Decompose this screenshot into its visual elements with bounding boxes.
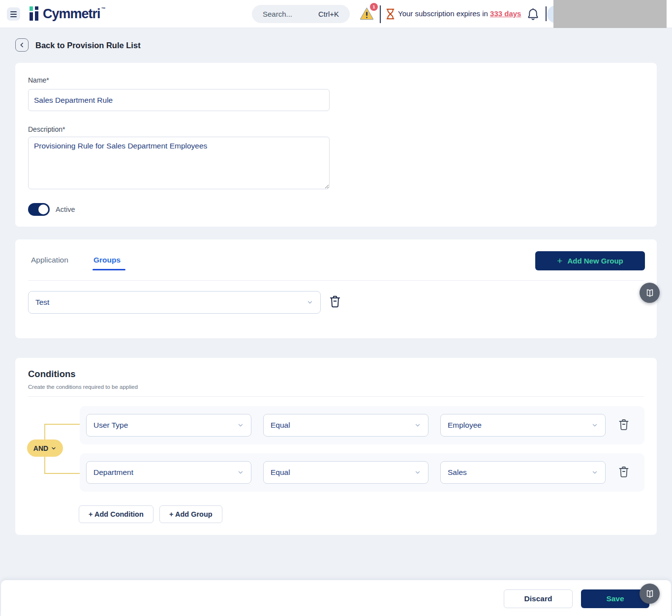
condition-operator-value: Equal [271,468,414,477]
conditions-divider [28,396,644,397]
toggle-knob [38,205,48,214]
cymmetri-logo: Cymmetri ™ [30,6,106,22]
conditions-subtitle: Create the conditions required to be app… [28,384,138,390]
description-label: Description* [28,125,65,133]
condition-field-value: User Type [93,421,237,430]
condition-value-value: Employee [448,421,591,430]
tabbar-divider [28,280,644,281]
condition-value-select[interactable]: Employee [440,414,606,437]
groups-card: Application Groups + Add New Group Test [15,239,657,338]
conditions-title: Conditions [28,369,76,380]
condition-operator-select[interactable]: Equal [263,461,428,484]
conditions-card: Conditions Create the conditions require… [15,358,657,535]
group-select-value: Test [35,298,306,307]
condition-operator-select[interactable]: Equal [263,414,428,437]
condition-field-select[interactable]: Department [86,461,251,484]
logical-operator-chip[interactable]: AND [27,440,63,457]
condition-field-select[interactable]: User Type [86,414,251,437]
chevron-down-icon [591,422,598,429]
chevron-down-icon [306,299,313,306]
search-shortcut: Ctrl+K [318,10,339,18]
plus-icon: + [557,256,562,265]
menu-icon[interactable] [7,7,20,21]
subscription-days-link[interactable]: 333 days [490,9,521,18]
help-docs-floating-button[interactable] [640,283,660,303]
add-new-group-button[interactable]: + Add New Group [535,251,645,270]
chevron-down-icon [237,422,244,429]
condition-row: User Type Equal Employee [80,406,644,444]
global-search[interactable]: Ctrl+K [252,5,350,23]
plus-icon: + [169,510,173,518]
chevron-down-icon [414,422,421,429]
logo-text: Cymmetri [43,6,100,22]
active-toggle-label: Active [56,205,75,213]
delete-condition-button[interactable] [618,418,630,431]
chevron-down-icon [414,469,421,476]
condition-value-select[interactable]: Sales [440,461,606,484]
delete-group-button[interactable] [329,294,341,308]
logo-trademark: ™ [101,6,106,12]
condition-value-value: Sales [448,468,591,477]
tab-application[interactable]: Application [31,256,68,264]
condition-field-value: Department [93,468,237,477]
header-divider [546,6,547,21]
help-docs-floating-button[interactable] [640,584,660,604]
group-bracket-line [44,424,80,425]
group-bracket-line [44,473,80,474]
rule-form-card: Name* Description* Provisioning Rule for… [15,63,657,227]
warning-alert-icon[interactable]: 1 [360,7,374,21]
name-label: Name* [28,76,49,84]
header-divider [380,5,381,23]
description-field[interactable]: Provisioning Rule for Sales Department E… [28,137,330,189]
search-input[interactable] [263,10,312,18]
add-group-button[interactable]: + Add Group [159,505,222,523]
logo-mark-icon [30,6,40,22]
back-button[interactable] [15,38,29,52]
action-footer: Discard Save [1,580,671,616]
hourglass-icon [386,8,395,20]
notifications-bell-icon[interactable] [527,7,539,21]
book-icon [645,288,655,298]
chevron-left-icon [19,42,25,48]
profile-redacted-block [553,0,667,28]
add-condition-button[interactable]: + Add Condition [79,505,153,523]
warning-count-badge: 1 [370,3,378,11]
name-field[interactable] [28,89,330,111]
trash-icon [329,294,341,308]
plus-icon: + [89,510,92,518]
discard-button[interactable]: Discard [504,589,573,608]
operator-label: AND [33,444,48,452]
add-new-group-label: Add New Group [567,257,623,265]
app-header: Cymmetri ™ Ctrl+K 1 Your subscription ex… [0,0,672,28]
trash-icon [618,465,630,478]
subscription-notice: Your subscription expires in 333 days [398,9,521,18]
condition-operator-value: Equal [271,421,414,430]
page-title: Back to Provision Rule List [35,41,141,50]
tab-groups[interactable]: Groups [93,256,121,264]
add-condition-label: Add Condition [94,510,144,518]
chevron-down-icon [591,469,598,476]
add-group-label: Add Group [175,510,213,518]
chevron-down-icon [237,469,244,476]
group-select[interactable]: Test [28,291,321,314]
active-toggle[interactable] [28,203,50,216]
condition-row: Department Equal Sales [80,453,644,492]
book-icon [645,589,655,599]
chevron-down-icon [51,445,57,451]
delete-condition-button[interactable] [618,465,630,478]
trash-icon [618,418,630,431]
active-tab-underline [92,269,125,270]
